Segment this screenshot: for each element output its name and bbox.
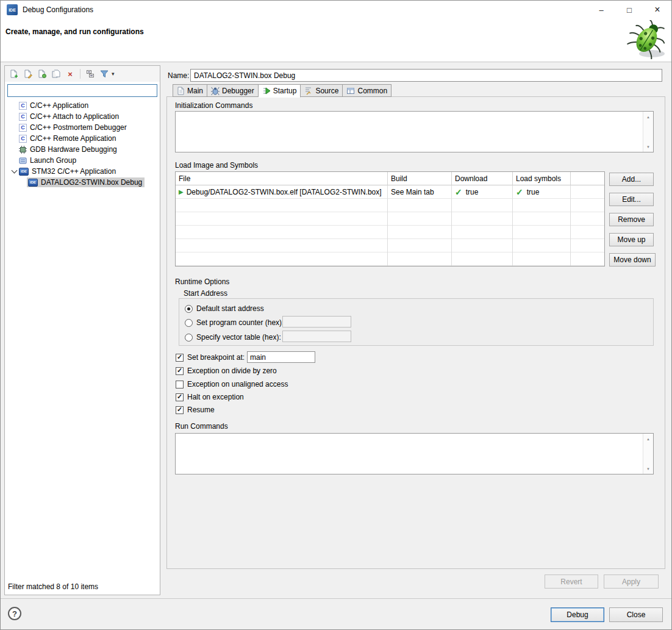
c-application-icon: C: [19, 102, 27, 110]
program-counter-row: Set program counter (hex):: [185, 318, 284, 328]
resume-row: ✓ Resume: [176, 405, 215, 415]
debug-button[interactable]: Debug: [551, 607, 604, 622]
tab-debugger[interactable]: Debugger: [207, 84, 259, 97]
close-button[interactable]: Close: [609, 607, 663, 622]
revert-button[interactable]: Revert: [545, 575, 598, 589]
apply-button[interactable]: Apply: [604, 575, 659, 589]
scrollbar[interactable]: ▲ ▼: [643, 434, 653, 474]
tree-item-cpp-attach[interactable]: C C/C++ Attach to Application: [5, 111, 160, 122]
tab-main[interactable]: Main: [173, 84, 207, 97]
filter-input[interactable]: [7, 84, 157, 97]
stm32-ide-icon: IDE: [28, 179, 38, 187]
edit-button[interactable]: Edit...: [609, 193, 654, 206]
tab-bar: Main Debugger Startup Source: [173, 84, 391, 98]
stm32-ide-icon: IDE: [19, 168, 29, 176]
tab-label: Main: [187, 87, 203, 95]
tab-label: Debugger: [222, 87, 254, 95]
source-tab-icon: [304, 87, 313, 95]
move-up-button[interactable]: Move up: [609, 233, 654, 246]
column-header-download[interactable]: Download: [452, 172, 513, 185]
default-start-address-row: Default start address: [185, 304, 264, 313]
app-ide-icon: IDE: [7, 4, 18, 15]
vector-table-row: Specify vector table (hex):: [185, 332, 281, 342]
table-row-file-cell[interactable]: ▶ Debug/DATALOG2-STWIN.box.elf [DATALOG2…: [176, 185, 388, 199]
configurations-toolbar: × ▾: [5, 66, 160, 82]
configurations-panel: × ▾ C C/C++ Application C C/C++ Attach t…: [4, 65, 160, 595]
name-label: Name:: [168, 71, 189, 80]
set-breakpoint-checkbox[interactable]: ✓: [176, 354, 184, 362]
column-header-file[interactable]: File: [176, 172, 388, 185]
tree-item-cpp-postmortem[interactable]: C C/C++ Postmortem Debugger: [5, 122, 160, 133]
maximize-icon[interactable]: □: [615, 1, 643, 19]
dialog-header: Create, manage, and run configurations: [1, 19, 671, 62]
tree-item-launch-group[interactable]: Launch Group: [5, 155, 160, 166]
tab-common[interactable]: Common: [343, 84, 391, 97]
check-icon: ✓: [455, 187, 462, 197]
delete-configuration-icon[interactable]: ×: [65, 68, 76, 79]
run-commands-textarea[interactable]: ▲ ▼: [175, 433, 654, 474]
scrollbar[interactable]: ▲ ▼: [643, 112, 653, 152]
tree-item-cpp-application[interactable]: C C/C++ Application: [5, 100, 160, 111]
table-row-extra-cell[interactable]: [571, 185, 604, 199]
table-empty-area[interactable]: [176, 199, 604, 266]
grid-line: [570, 199, 571, 266]
scroll-down-icon[interactable]: ▼: [643, 464, 653, 473]
table-row-download-cell[interactable]: ✓ true: [452, 185, 513, 199]
start-address-group: Default start address Set program counte…: [179, 298, 654, 346]
vector-table-input[interactable]: [282, 331, 351, 342]
column-header-load-symbols[interactable]: Load symbols: [513, 172, 571, 185]
name-input[interactable]: [190, 69, 662, 82]
tree-item-label: GDB Hardware Debugging: [30, 145, 117, 154]
vector-table-radio[interactable]: [185, 334, 193, 342]
table-row-load-symbols-cell[interactable]: ✓ true: [513, 185, 571, 199]
new-configuration-icon[interactable]: [9, 68, 20, 79]
default-start-radio[interactable]: [185, 305, 193, 313]
tree-item-cpp-remote[interactable]: C C/C++ Remote Application: [5, 133, 160, 144]
gdb-hardware-icon: [19, 146, 27, 154]
filter-icon[interactable]: [99, 68, 110, 79]
tree-item-label: C/C++ Attach to Application: [30, 112, 119, 121]
build-cell-text: See Main tab: [391, 188, 434, 196]
launch-group-icon: [19, 157, 27, 165]
debugger-tab-icon: [211, 87, 220, 95]
divide-by-zero-checkbox[interactable]: ✓: [176, 367, 184, 375]
program-counter-input[interactable]: [282, 316, 351, 328]
elf-file-icon: ▶: [179, 188, 184, 195]
set-breakpoint-label: Set breakpoint at:: [187, 353, 245, 362]
duplicate-configuration-icon[interactable]: [23, 68, 34, 79]
minimize-icon[interactable]: –: [587, 1, 615, 19]
move-down-button[interactable]: Move down: [609, 253, 656, 267]
export-configuration-icon[interactable]: [51, 68, 62, 79]
help-button[interactable]: ?: [8, 607, 21, 620]
remove-button[interactable]: Remove: [609, 213, 654, 226]
scroll-down-icon[interactable]: ▼: [643, 142, 653, 151]
column-header-extra[interactable]: [571, 172, 604, 185]
tree-item-stm32-application[interactable]: IDE STM32 C/C++ Application: [5, 166, 160, 177]
halt-on-exception-checkbox[interactable]: ✓: [176, 393, 184, 401]
add-button[interactable]: Add...: [609, 173, 654, 186]
resume-checkbox[interactable]: ✓: [176, 406, 184, 414]
footer-separator: [1, 598, 671, 599]
breakpoint-input[interactable]: [247, 351, 315, 363]
unaligned-access-checkbox[interactable]: [176, 381, 184, 388]
tree-item-label: Launch Group: [30, 156, 76, 165]
program-counter-radio[interactable]: [185, 319, 193, 327]
filter-menu-caret-icon[interactable]: ▾: [112, 71, 115, 77]
init-commands-textarea[interactable]: ▲ ▼: [175, 111, 654, 152]
scroll-up-icon[interactable]: ▲: [643, 112, 653, 121]
tree-item-datalog2-debug[interactable]: IDE DATALOG2-STWIN.box Debug: [5, 177, 160, 188]
close-icon[interactable]: ×: [643, 1, 671, 19]
divide-by-zero-label: Exception on divide by zero: [187, 367, 277, 375]
start-address-label: Start Address: [184, 289, 227, 298]
new-prototype-icon[interactable]: [37, 68, 48, 79]
grid-line: [451, 199, 452, 266]
tab-startup[interactable]: Startup: [259, 84, 301, 98]
collapse-all-icon[interactable]: [85, 68, 96, 79]
tab-source[interactable]: Source: [301, 84, 343, 97]
debug-configurations-window: IDE Debug Configurations – □ × Create, m…: [0, 0, 672, 630]
table-row-build-cell[interactable]: See Main tab: [388, 185, 452, 199]
tree-item-gdb-hardware[interactable]: GDB Hardware Debugging: [5, 144, 160, 155]
column-header-build[interactable]: Build: [388, 172, 452, 185]
scroll-up-icon[interactable]: ▲: [643, 434, 653, 443]
run-commands-label: Run Commands: [175, 422, 228, 431]
